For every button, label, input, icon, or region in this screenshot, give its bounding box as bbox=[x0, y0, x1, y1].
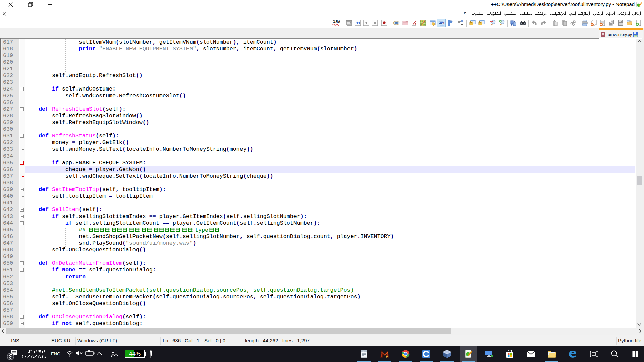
svg-text:type: type bbox=[195, 227, 208, 233]
